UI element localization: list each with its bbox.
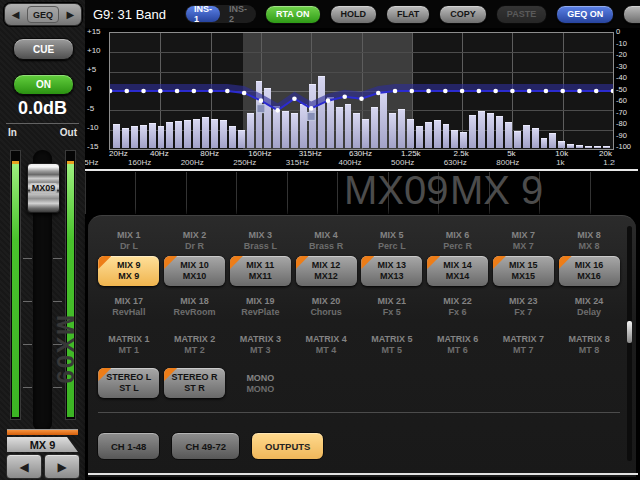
- channel-name-label: Perc R: [443, 241, 472, 251]
- geq-band-dot[interactable]: [141, 89, 146, 94]
- geq-band-dot[interactable]: [326, 98, 331, 103]
- geq-band-dot[interactable]: [493, 89, 498, 94]
- nav-prev-icon[interactable]: ◀: [5, 4, 26, 25]
- geq-band-dot[interactable]: [410, 89, 415, 94]
- tab-outputs[interactable]: OUTPUTS: [251, 432, 324, 460]
- channel-id-label: MIX 5: [380, 230, 404, 240]
- panel-divider: [98, 412, 620, 413]
- empty-cell: [556, 366, 622, 400]
- geq-nav-label: GEQ: [27, 6, 59, 23]
- geq-band-dot[interactable]: [376, 91, 381, 96]
- nav-next-icon[interactable]: ▶: [60, 4, 81, 25]
- divider: [6, 123, 79, 124]
- channel-name-label: Brass R: [309, 241, 343, 251]
- channel-mix-10-button[interactable]: MIX 10MX10: [164, 256, 225, 286]
- channel-id-label: MIX 2: [183, 230, 207, 240]
- tab-ch-1-48[interactable]: CH 1-48: [97, 432, 160, 460]
- channel-mix-4: MIX 4Brass R: [293, 226, 359, 254]
- panel-scrollbar-handle[interactable]: [627, 321, 632, 343]
- channel-stereo-r-button[interactable]: STEREO RST R: [164, 368, 225, 398]
- channel-name-label: RevPlate: [241, 307, 279, 317]
- copy-button[interactable]: COPY: [439, 5, 487, 24]
- empty-cell: [425, 366, 491, 400]
- geq-band-dot[interactable]: [594, 89, 599, 94]
- flat-button[interactable]: FLAT: [386, 5, 430, 24]
- geq-title: G9: 31 Band: [93, 7, 166, 22]
- geq-band-dot[interactable]: [175, 89, 180, 94]
- channel-mix-9-button[interactable]: MIX 9MX 9: [98, 256, 159, 286]
- button-label: MX13: [380, 271, 404, 282]
- next-channel-button[interactable]: ▶: [44, 454, 80, 479]
- channel-cell: MIX 12MX12: [293, 254, 359, 288]
- rta-scale-label: -20: [616, 50, 640, 59]
- rta-on-button[interactable]: RTA ON: [265, 5, 321, 24]
- rta-scale-label: -100: [616, 142, 640, 151]
- geq-band-dot[interactable]: [359, 96, 364, 101]
- geq-band-dot[interactable]: [544, 89, 549, 94]
- geq-band-dot[interactable]: [124, 89, 129, 94]
- prev-channel-button[interactable]: ◀: [6, 454, 42, 479]
- geq-band-dot[interactable]: [577, 89, 582, 94]
- channel-mix-15-button[interactable]: MIX 15MX15: [493, 256, 554, 286]
- channel-mix-13-button[interactable]: MIX 13MX13: [361, 256, 422, 286]
- channel-stereo-l-button[interactable]: STEREO LST L: [98, 368, 159, 398]
- input-level-meter: [10, 150, 21, 420]
- geq-band-dot[interactable]: [259, 98, 264, 103]
- geq-band-dot[interactable]: [393, 89, 398, 94]
- tab-ch-49-72[interactable]: CH 49-72: [171, 432, 240, 460]
- geq-band-dot[interactable]: [225, 89, 230, 94]
- geq-band-dot[interactable]: [477, 89, 482, 94]
- freq-axis-label: 1.25k: [401, 149, 421, 158]
- geq-band-dot[interactable]: [275, 108, 280, 113]
- geq-band-dot[interactable]: [560, 89, 565, 94]
- band-freq-label: 250Hz: [233, 158, 256, 167]
- tab-ins-2[interactable]: INS-2: [221, 6, 255, 22]
- channel-name-label: Dr R: [185, 241, 204, 251]
- paste-button[interactable]: PASTE: [496, 5, 547, 24]
- geq-graph[interactable]: [109, 32, 614, 150]
- channel-cell: MIX 16MX16: [556, 254, 622, 288]
- geq-band-dot[interactable]: [527, 89, 532, 94]
- channel-id-label: MONO: [246, 373, 274, 383]
- channel-id-label: MIX 6: [446, 230, 470, 240]
- channel-mix-1: MIX 1Dr L: [96, 226, 162, 254]
- geq-band-dot[interactable]: [208, 89, 213, 94]
- geq-band-handle[interactable]: [257, 105, 265, 113]
- mixer-button[interactable]: MIXER: [623, 5, 640, 24]
- channel-mix-5: MIX 5Perc L: [359, 226, 425, 254]
- geq-band-dot[interactable]: [342, 95, 347, 100]
- fader-knob[interactable]: MX09: [27, 163, 60, 213]
- channel-mix-11-button[interactable]: MIX 11MX11: [230, 256, 291, 286]
- geq-band-dot[interactable]: [460, 89, 465, 94]
- channel-mix-16-button[interactable]: MIX 16MX16: [559, 256, 620, 286]
- channel-id-label: MIX 24: [575, 296, 604, 306]
- channel-color-corner-icon: [427, 256, 440, 269]
- button-label: STEREO R: [172, 372, 218, 383]
- button-label: MIX 12: [312, 260, 341, 271]
- rta-scale-label: -40: [616, 73, 640, 82]
- geq-band-dot[interactable]: [292, 96, 297, 101]
- channel-mix-12-button[interactable]: MIX 12MX12: [296, 256, 357, 286]
- geq-on-button[interactable]: GEQ ON: [556, 5, 614, 24]
- band-freq-label: 1k: [556, 158, 564, 167]
- channel-name-label: Fx 5: [383, 307, 401, 317]
- channel-on-button[interactable]: ON: [13, 74, 74, 95]
- geq-band-dot[interactable]: [192, 89, 197, 94]
- geq-curve-layer[interactable]: [110, 33, 613, 149]
- geq-band-dot[interactable]: [510, 89, 515, 94]
- geq-band-dot[interactable]: [242, 91, 247, 96]
- geq-band-handle[interactable]: [307, 112, 315, 120]
- hold-button[interactable]: HOLD: [330, 5, 378, 24]
- cue-button[interactable]: CUE: [13, 38, 74, 60]
- channel-name-label: MX 8: [579, 241, 600, 251]
- geq-band-dot[interactable]: [309, 106, 314, 111]
- geq-band-dot[interactable]: [443, 89, 448, 94]
- empty-cell: [359, 366, 425, 400]
- panel-scrollbar-track[interactable]: [627, 226, 632, 461]
- geq-band-dot[interactable]: [158, 89, 163, 94]
- channel-mix-14-button[interactable]: MIX 14MX14: [427, 256, 488, 286]
- tab-ins-1[interactable]: INS-1: [186, 6, 220, 22]
- channel-id-label: MATRIX 6: [437, 334, 478, 344]
- channel-name-label: Chorus: [310, 307, 342, 317]
- geq-band-dot[interactable]: [426, 89, 431, 94]
